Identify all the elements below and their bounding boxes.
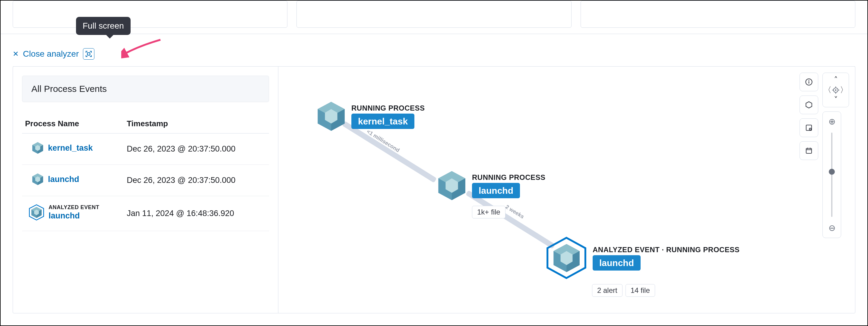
node-chip[interactable]: launchd <box>593 255 641 270</box>
process-timestamp: Dec 26, 2023 @ 20:37:50.000 <box>124 133 269 165</box>
svg-rect-0 <box>88 53 90 55</box>
node-title: RUNNING PROCESS <box>472 173 546 182</box>
fullscreen-icon <box>85 51 92 57</box>
process-name: launchd <box>48 175 79 184</box>
process-table: Process Name Timestamp <box>22 114 269 231</box>
process-name: kernel_task <box>48 143 93 153</box>
data-icon <box>805 124 812 131</box>
data-button[interactable] <box>800 119 818 137</box>
cube-icon <box>435 169 468 202</box>
summary-card <box>581 1 855 28</box>
process-link[interactable]: kernel_task <box>31 141 93 155</box>
process-link[interactable]: launchd <box>49 211 99 221</box>
node-title: ANALYZED EVENT · RUNNING PROCESS <box>593 246 740 254</box>
pill-file-count[interactable]: 14 file <box>625 284 655 297</box>
table-row[interactable]: kernel_task Dec 26, 2023 @ 20:37:50.000 <box>22 133 269 165</box>
target-icon <box>832 87 839 94</box>
pan-control: ˄ 〈 〉 ˅ <box>823 73 849 107</box>
zoom-control: ⊕ ⊖ <box>823 111 841 238</box>
hexagon-icon <box>805 101 812 108</box>
panel-title: All Process Events <box>22 76 269 102</box>
close-icon[interactable]: ✕ <box>13 50 19 58</box>
process-link[interactable]: launchd <box>31 173 79 186</box>
pan-right-button[interactable]: 〉 <box>839 85 848 95</box>
summary-card <box>13 1 287 28</box>
pill-alert-count[interactable]: 2 alert <box>592 284 622 297</box>
node-title: RUNNING PROCESS <box>351 104 425 112</box>
fullscreen-tooltip: Full screen <box>76 17 131 35</box>
process-name: launchd <box>49 211 80 221</box>
cube-icon <box>31 141 44 155</box>
table-row[interactable]: ANALYZED EVENT launchd Jan 11, 2024 @ 16… <box>22 196 269 231</box>
svg-marker-30 <box>806 102 812 108</box>
zoom-in-button[interactable]: ⊕ <box>829 117 835 127</box>
process-timestamp: Jan 11, 2024 @ 16:48:36.920 <box>124 196 269 231</box>
info-icon <box>805 78 812 86</box>
table-row[interactable]: launchd Dec 26, 2023 @ 20:37:50.000 <box>22 165 269 196</box>
process-graph-canvas[interactable]: <1 millisecond 2 weeks RUNNING PROCESS k… <box>278 67 855 313</box>
graph-node-launchd-analyzed[interactable]: ANALYZED EVENT · RUNNING PROCESS launchd… <box>544 235 740 297</box>
svg-point-32 <box>809 128 811 130</box>
analyzed-tag: ANALYZED EVENT <box>49 204 99 210</box>
svg-point-28 <box>809 80 809 81</box>
cube-hex-icon <box>28 204 45 221</box>
calendar-icon <box>805 147 812 154</box>
process-events-panel: All Process Events Process Name Timestam… <box>13 67 278 313</box>
pan-down-button[interactable]: ˅ <box>833 95 838 104</box>
node-chip[interactable]: launchd <box>472 183 520 198</box>
date-button[interactable] <box>800 141 818 160</box>
column-header-name[interactable]: Process Name <box>22 114 124 133</box>
zoom-out-button[interactable]: ⊖ <box>829 223 835 233</box>
cube-icon <box>315 100 348 133</box>
pan-left-button[interactable]: 〈 <box>823 85 832 95</box>
cube-icon <box>31 173 44 186</box>
zoom-thumb[interactable] <box>829 169 835 175</box>
fullscreen-button[interactable] <box>83 48 94 60</box>
legend-button[interactable] <box>800 96 818 114</box>
zoom-slider[interactable] <box>831 133 832 217</box>
canvas-controls: ˄ 〈 〉 ˅ ⊕ ⊖ <box>800 73 849 238</box>
info-button[interactable] <box>800 73 818 91</box>
svg-point-35 <box>835 89 837 91</box>
cube-hex-icon <box>544 235 589 281</box>
pan-up-button[interactable]: ˄ <box>833 75 838 85</box>
summary-card <box>297 1 571 28</box>
svg-rect-33 <box>806 149 812 154</box>
pill-file-count[interactable]: 1k+ file <box>472 206 505 219</box>
node-chip[interactable]: kernel_task <box>351 113 414 129</box>
graph-node-kernel-task[interactable]: RUNNING PROCESS kernel_task <box>315 100 425 133</box>
svg-rect-29 <box>809 82 809 84</box>
close-analyzer-link[interactable]: Close analyzer <box>23 49 79 59</box>
process-timestamp: Dec 26, 2023 @ 20:37:50.000 <box>124 165 269 196</box>
column-header-timestamp[interactable]: Timestamp <box>124 114 269 133</box>
graph-node-launchd[interactable]: RUNNING PROCESS launchd 1k+ file <box>435 169 546 219</box>
